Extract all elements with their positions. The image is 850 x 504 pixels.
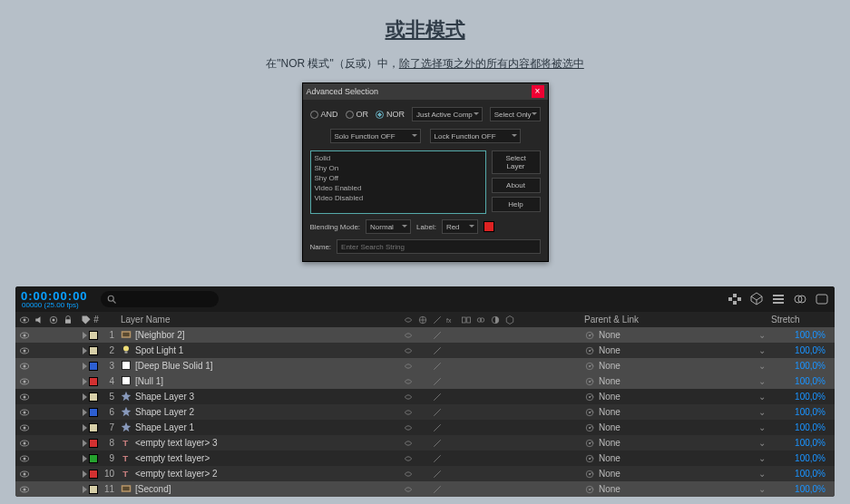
layer-name[interactable]: <empty text layer> 3 [135, 438, 218, 448]
stretch-value[interactable]: 100,0% [771, 407, 835, 417]
layer-name[interactable]: [Null 1] [135, 376, 163, 386]
list-item[interactable]: Shy Off [313, 173, 484, 183]
twirl-icon[interactable] [83, 486, 87, 493]
radio-or[interactable]: OR [346, 110, 369, 119]
list-item[interactable]: Shy On [313, 163, 484, 173]
draft3d-icon[interactable] [749, 292, 764, 306]
pickwhip-icon[interactable] [584, 361, 595, 372]
label-color-swatch[interactable] [89, 454, 98, 463]
radio-nor[interactable]: NOR [376, 110, 405, 119]
name-search-input[interactable] [337, 239, 540, 254]
composition-flowchart-icon[interactable] [728, 292, 742, 306]
quality-switch-icon[interactable] [432, 315, 443, 325]
pickwhip-icon[interactable] [584, 345, 595, 356]
label-color-swatch[interactable] [89, 408, 98, 417]
twirl-icon[interactable] [83, 455, 87, 462]
layer-name-column-header[interactable]: Layer Name [117, 315, 399, 325]
layer-name[interactable]: [Second] [135, 484, 171, 494]
parent-dropdown[interactable]: None [599, 361, 771, 371]
list-item[interactable]: Video Enabled [313, 183, 484, 193]
label-color-swatch[interactable] [89, 423, 98, 432]
parent-dropdown[interactable]: None [599, 407, 771, 417]
label-color-swatch[interactable] [484, 221, 494, 232]
shy-switch[interactable] [403, 330, 414, 341]
stretch-value[interactable]: 100,0% [771, 345, 835, 355]
label-color-swatch[interactable] [89, 470, 98, 479]
video-toggle-icon[interactable] [19, 484, 30, 495]
quality-switch[interactable] [432, 453, 443, 464]
layer-name[interactable]: Shape Layer 2 [135, 407, 194, 417]
quality-switch[interactable] [432, 484, 443, 495]
label-color-swatch[interactable] [89, 377, 98, 386]
solo-function-dropdown[interactable]: Solo Function OFF [330, 129, 421, 143]
video-toggle-icon[interactable] [19, 345, 30, 356]
twirl-icon[interactable] [83, 378, 87, 385]
shy-switch[interactable] [403, 407, 414, 418]
layer-row[interactable]: 1 [Neighbor 2] None 100,0% [15, 327, 835, 343]
label-color-swatch[interactable] [89, 485, 98, 494]
stretch-value[interactable]: 100,0% [771, 438, 835, 448]
shy-switch[interactable] [403, 422, 414, 433]
stretch-value[interactable]: 100,0% [771, 469, 835, 479]
shy-switch[interactable] [403, 469, 414, 480]
label-color-swatch[interactable] [89, 346, 98, 355]
stretch-value[interactable]: 100,0% [771, 376, 835, 386]
about-button[interactable]: About [492, 178, 541, 193]
twirl-icon[interactable] [83, 363, 87, 370]
twirl-icon[interactable] [83, 424, 87, 431]
video-column-icon[interactable] [19, 315, 30, 325]
pickwhip-icon[interactable] [584, 376, 595, 387]
quality-switch[interactable] [432, 330, 443, 341]
layer-name[interactable]: <empty text layer> 2 [135, 469, 218, 479]
parent-dropdown[interactable]: None [599, 345, 771, 355]
label-color-swatch[interactable] [89, 331, 98, 340]
shy-switch[interactable] [403, 438, 414, 449]
parent-dropdown[interactable]: None [599, 422, 771, 432]
parent-dropdown[interactable]: None [599, 330, 771, 340]
blending-mode-dropdown[interactable]: Normal [366, 219, 411, 234]
stretch-value[interactable]: 100,0% [771, 361, 835, 371]
pickwhip-icon[interactable] [584, 422, 595, 433]
parent-dropdown[interactable]: None [599, 484, 771, 494]
twirl-icon[interactable] [83, 409, 87, 416]
filter-list[interactable]: Solid Shy On Shy Off Video Enabled Video… [310, 150, 486, 214]
frame-blend-icon[interactable] [793, 292, 807, 306]
layer-name[interactable]: Shape Layer 3 [135, 392, 194, 402]
video-toggle-icon[interactable] [19, 453, 30, 464]
layer-row[interactable]: 6 Shape Layer 2 None 100,0% [15, 404, 835, 420]
list-item[interactable]: Video Disabled [313, 193, 484, 203]
shy-layers-icon[interactable] [771, 292, 786, 306]
pickwhip-icon[interactable] [584, 484, 595, 495]
parent-dropdown[interactable]: None [599, 392, 771, 402]
shy-switch[interactable] [403, 376, 414, 387]
stretch-value[interactable]: 100,0% [771, 453, 835, 463]
current-timecode[interactable]: 0:00:00:00 [21, 290, 88, 302]
twirl-icon[interactable] [83, 332, 87, 339]
label-dropdown[interactable]: Red [442, 219, 478, 234]
stretch-column-header[interactable]: Stretch [771, 315, 835, 325]
quality-switch[interactable] [432, 361, 443, 372]
video-toggle-icon[interactable] [19, 422, 30, 433]
frameblend-switch-icon[interactable] [461, 315, 472, 325]
layer-name[interactable]: [Neighbor 2] [135, 330, 184, 340]
pickwhip-icon[interactable] [584, 392, 595, 402]
layer-row[interactable]: 5 Shape Layer 3 None 100,0% [15, 389, 835, 404]
parent-dropdown[interactable]: None [599, 376, 771, 386]
label-color-swatch[interactable] [89, 362, 98, 371]
select-layer-button[interactable]: Select Layer [492, 150, 541, 174]
parent-dropdown[interactable]: None [599, 469, 771, 479]
3d-switch-icon[interactable] [504, 315, 515, 325]
twirl-icon[interactable] [83, 440, 87, 447]
layer-row[interactable]: 7 Shape Layer 1 None 100,0% [15, 420, 835, 435]
quality-switch[interactable] [432, 376, 443, 387]
layer-row[interactable]: 3 [Deep Blue Solid 1] None 100,0% [15, 358, 835, 373]
label-color-swatch[interactable] [89, 393, 98, 402]
layer-name[interactable]: [Deep Blue Solid 1] [135, 361, 213, 371]
quality-switch[interactable] [432, 345, 443, 356]
quality-switch[interactable] [432, 392, 443, 402]
layer-name[interactable]: Spot Light 1 [135, 345, 183, 355]
solo-column-icon[interactable] [48, 315, 59, 325]
shy-switch[interactable] [403, 484, 414, 495]
pickwhip-icon[interactable] [584, 438, 595, 449]
pickwhip-icon[interactable] [584, 407, 595, 418]
